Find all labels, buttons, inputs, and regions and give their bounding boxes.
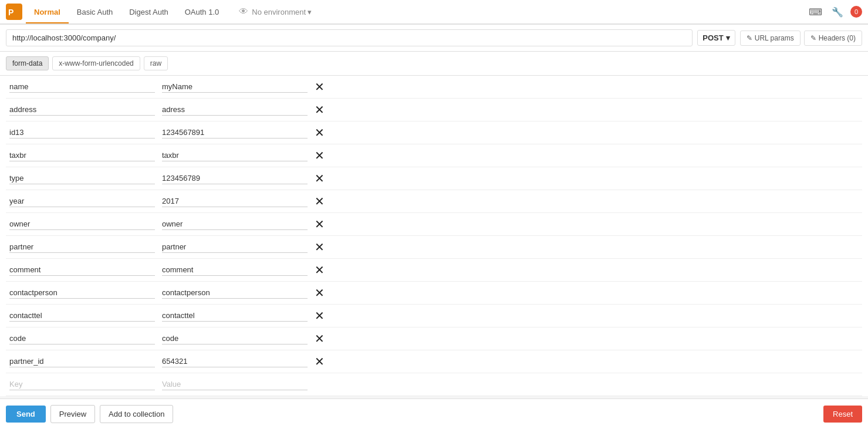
field-key-12: [6, 353, 158, 370]
remove-button-3[interactable]: ✕: [311, 147, 327, 164]
remove-button-12[interactable]: ✕: [311, 353, 327, 370]
field-value-1: [158, 101, 311, 119]
send-button[interactable]: Send: [6, 406, 46, 423]
key-input-6[interactable]: [9, 218, 155, 230]
new-key-field: [6, 376, 158, 393]
edit2-icon: ✎: [810, 34, 816, 42]
field-key-3: [6, 147, 158, 164]
value-input-7[interactable]: [162, 241, 308, 253]
table-row: ✕: [6, 259, 862, 282]
value-input-3[interactable]: [162, 150, 308, 161]
field-value-9: [158, 284, 311, 302]
key-input-1[interactable]: [9, 104, 155, 116]
value-input-5[interactable]: [162, 195, 308, 207]
notification-badge: 0: [850, 6, 862, 18]
tab-digest-auth[interactable]: Digest Auth: [121, 2, 177, 23]
tab-basic-auth[interactable]: Basic Auth: [69, 2, 121, 23]
table-row: ✕: [6, 121, 862, 144]
tab-urlencoded[interactable]: x-www-form-urlencoded: [52, 56, 140, 70]
field-value-6: [158, 215, 311, 233]
edit-icon: ✎: [747, 34, 752, 42]
eye-icon: 👁: [239, 6, 248, 17]
top-bar-right: ⌨ 🔧 0: [806, 4, 862, 20]
key-input-5[interactable]: [9, 195, 155, 207]
method-chevron-icon: ▾: [726, 33, 730, 42]
reset-button[interactable]: Reset: [823, 406, 862, 423]
field-key-5: [6, 192, 158, 210]
value-input-8[interactable]: [162, 264, 308, 276]
environment-section: 👁 No environment ▾: [239, 6, 312, 17]
new-value-input[interactable]: [162, 379, 308, 390]
remove-button-2[interactable]: ✕: [311, 124, 327, 141]
value-input-4[interactable]: [162, 173, 308, 184]
body-tabs: form-data x-www-form-urlencoded raw: [0, 52, 868, 76]
value-input-10[interactable]: [162, 310, 308, 322]
field-value-8: [158, 261, 311, 279]
table-row: ✕: [6, 350, 862, 373]
field-value-4: [158, 170, 311, 187]
table-row: ✕: [6, 99, 862, 121]
key-input-7[interactable]: [9, 241, 155, 253]
table-row: ✕: [6, 305, 862, 327]
remove-button-10[interactable]: ✕: [311, 308, 327, 324]
field-value-5: [158, 192, 311, 210]
key-input-3[interactable]: [9, 150, 155, 161]
form-area: ✕ ✕ ✕ ✕: [0, 76, 868, 396]
preview-button[interactable]: Preview: [50, 405, 95, 423]
url-bar: POST ▾ ✎ URL params ✎ Headers (0): [0, 25, 868, 52]
tab-oauth[interactable]: OAuth 1.0: [177, 2, 228, 23]
value-input-12[interactable]: [162, 356, 308, 367]
key-input-0[interactable]: [9, 81, 155, 93]
url-input[interactable]: [6, 29, 693, 46]
remove-button-8[interactable]: ✕: [311, 262, 327, 278]
table-row: ✕: [6, 327, 862, 350]
remove-button-5[interactable]: ✕: [311, 193, 327, 210]
key-input-4[interactable]: [9, 173, 155, 184]
key-input-11[interactable]: [9, 333, 155, 344]
tab-form-data[interactable]: form-data: [6, 56, 49, 70]
tab-normal[interactable]: Normal: [26, 2, 69, 23]
field-key-7: [6, 238, 158, 256]
keyboard-icon-button[interactable]: ⌨: [806, 4, 825, 20]
key-input-2[interactable]: [9, 127, 155, 139]
table-row: ✕: [6, 213, 862, 236]
new-key-input[interactable]: [9, 379, 155, 390]
value-input-6[interactable]: [162, 218, 308, 230]
remove-button-9[interactable]: ✕: [311, 285, 327, 301]
new-row: [6, 373, 862, 396]
remove-button-1[interactable]: ✕: [311, 102, 327, 118]
remove-button-6[interactable]: ✕: [311, 216, 327, 232]
table-row: ✕: [6, 144, 862, 167]
key-input-8[interactable]: [9, 264, 155, 276]
field-value-10: [158, 307, 311, 325]
url-bar-actions: ✎ URL params ✎ Headers (0): [740, 31, 862, 46]
key-input-10[interactable]: [9, 310, 155, 322]
tab-raw[interactable]: raw: [144, 56, 168, 70]
chevron-down-icon: ▾: [308, 8, 312, 16]
field-key-2: [6, 124, 158, 141]
add-to-collection-button[interactable]: Add to collection: [100, 405, 173, 423]
value-input-9[interactable]: [162, 287, 308, 299]
environment-selector[interactable]: No environment ▾: [252, 8, 312, 16]
table-row: ✕: [6, 76, 862, 99]
field-value-11: [158, 330, 311, 347]
field-key-4: [6, 170, 158, 187]
value-input-0[interactable]: [162, 81, 308, 93]
remove-button-4[interactable]: ✕: [311, 170, 327, 187]
url-params-button[interactable]: ✎ URL params: [740, 31, 801, 46]
headers-button[interactable]: ✎ Headers (0): [804, 31, 862, 46]
svg-text:P: P: [8, 8, 13, 17]
field-key-11: [6, 330, 158, 347]
remove-button-11[interactable]: ✕: [311, 330, 327, 347]
settings-icon-button[interactable]: 🔧: [829, 4, 846, 20]
remove-button-0[interactable]: ✕: [311, 79, 327, 95]
value-input-1[interactable]: [162, 104, 308, 116]
value-input-11[interactable]: [162, 333, 308, 344]
logo-area: P: [6, 4, 22, 20]
method-selector[interactable]: POST ▾: [697, 30, 735, 46]
remove-button-7[interactable]: ✕: [311, 239, 327, 255]
field-value-7: [158, 238, 311, 256]
value-input-2[interactable]: [162, 127, 308, 139]
key-input-12[interactable]: [9, 356, 155, 367]
key-input-9[interactable]: [9, 287, 155, 299]
